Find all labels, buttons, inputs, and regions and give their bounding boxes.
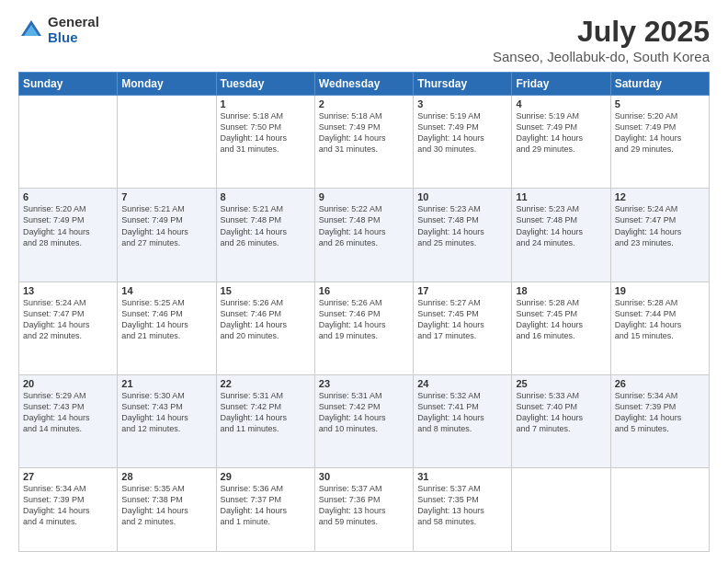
day-number: 29: [221, 471, 311, 482]
day-info: Sunrise: 5:31 AM Sunset: 7:42 PM Dayligh…: [221, 390, 311, 435]
day-info: Sunrise: 5:37 AM Sunset: 7:35 PM Dayligh…: [417, 483, 507, 528]
calendar-week-row: 6Sunrise: 5:20 AM Sunset: 7:49 PM Daylig…: [19, 189, 710, 282]
calendar-cell: 11Sunrise: 5:23 AM Sunset: 7:48 PM Dayli…: [512, 189, 610, 282]
calendar-table: SundayMondayTuesdayWednesdayThursdayFrid…: [18, 72, 710, 552]
calendar-week-row: 1Sunrise: 5:18 AM Sunset: 7:50 PM Daylig…: [19, 96, 710, 189]
calendar-cell: 22Sunrise: 5:31 AM Sunset: 7:42 PM Dayli…: [216, 374, 314, 467]
day-info: Sunrise: 5:32 AM Sunset: 7:41 PM Dayligh…: [417, 390, 507, 435]
day-number: 6: [23, 191, 113, 202]
day-info: Sunrise: 5:26 AM Sunset: 7:46 PM Dayligh…: [221, 297, 311, 342]
day-number: 17: [417, 285, 507, 296]
calendar-cell: 2Sunrise: 5:18 AM Sunset: 7:49 PM Daylig…: [314, 96, 413, 189]
calendar-cell: 24Sunrise: 5:32 AM Sunset: 7:41 PM Dayli…: [414, 374, 512, 467]
day-info: Sunrise: 5:33 AM Sunset: 7:40 PM Dayligh…: [516, 390, 606, 435]
day-number: 15: [221, 285, 311, 296]
page: General Blue July 2025 Sanseo, Jeollabuk…: [0, 0, 728, 563]
calendar-cell: 14Sunrise: 5:25 AM Sunset: 7:46 PM Dayli…: [118, 282, 216, 374]
logo-blue: Blue: [48, 30, 99, 46]
calendar-cell: 20Sunrise: 5:29 AM Sunset: 7:43 PM Dayli…: [19, 374, 118, 467]
day-info: Sunrise: 5:27 AM Sunset: 7:45 PM Dayligh…: [417, 297, 507, 342]
day-number: 27: [23, 471, 113, 482]
day-info: Sunrise: 5:22 AM Sunset: 7:48 PM Dayligh…: [319, 203, 409, 248]
calendar-day-header: Saturday: [610, 73, 709, 96]
day-info: Sunrise: 5:20 AM Sunset: 7:49 PM Dayligh…: [615, 110, 705, 155]
header: General Blue July 2025 Sanseo, Jeollabuk…: [18, 15, 710, 64]
calendar-cell: 7Sunrise: 5:21 AM Sunset: 7:49 PM Daylig…: [118, 189, 216, 282]
calendar-cell: 13Sunrise: 5:24 AM Sunset: 7:47 PM Dayli…: [19, 282, 118, 374]
calendar-cell: 5Sunrise: 5:20 AM Sunset: 7:49 PM Daylig…: [610, 96, 709, 189]
logo-text: General Blue: [48, 15, 99, 45]
day-info: Sunrise: 5:28 AM Sunset: 7:45 PM Dayligh…: [516, 297, 606, 342]
title-block: July 2025 Sanseo, Jeollabuk-do, South Ko…: [493, 15, 710, 64]
calendar-cell: 29Sunrise: 5:36 AM Sunset: 7:37 PM Dayli…: [216, 468, 314, 552]
day-number: 8: [221, 191, 311, 202]
calendar-cell: 25Sunrise: 5:33 AM Sunset: 7:40 PM Dayli…: [512, 374, 610, 467]
day-number: 21: [121, 378, 211, 389]
calendar-cell: [118, 96, 216, 189]
day-number: 11: [516, 191, 606, 202]
day-info: Sunrise: 5:28 AM Sunset: 7:44 PM Dayligh…: [615, 297, 705, 342]
calendar-day-header: Wednesday: [314, 73, 413, 96]
day-number: 5: [615, 98, 705, 109]
calendar-day-header: Thursday: [414, 73, 512, 96]
day-number: 25: [516, 378, 606, 389]
day-info: Sunrise: 5:19 AM Sunset: 7:49 PM Dayligh…: [516, 110, 606, 155]
calendar-cell: 10Sunrise: 5:23 AM Sunset: 7:48 PM Dayli…: [414, 189, 512, 282]
day-number: 3: [417, 98, 507, 109]
day-number: 31: [417, 471, 507, 482]
calendar-day-header: Sunday: [19, 73, 118, 96]
day-number: 30: [319, 471, 409, 482]
day-info: Sunrise: 5:21 AM Sunset: 7:48 PM Dayligh…: [221, 203, 311, 248]
calendar-cell: 6Sunrise: 5:20 AM Sunset: 7:49 PM Daylig…: [19, 189, 118, 282]
day-info: Sunrise: 5:24 AM Sunset: 7:47 PM Dayligh…: [23, 297, 113, 342]
day-info: Sunrise: 5:19 AM Sunset: 7:49 PM Dayligh…: [417, 110, 507, 155]
day-info: Sunrise: 5:24 AM Sunset: 7:47 PM Dayligh…: [615, 203, 705, 248]
day-number: 26: [615, 378, 705, 389]
logo-icon: [18, 17, 44, 43]
day-info: Sunrise: 5:31 AM Sunset: 7:42 PM Dayligh…: [319, 390, 409, 435]
day-number: 20: [23, 378, 113, 389]
day-number: 12: [615, 191, 705, 202]
calendar-cell: 19Sunrise: 5:28 AM Sunset: 7:44 PM Dayli…: [610, 282, 709, 374]
calendar-week-row: 27Sunrise: 5:34 AM Sunset: 7:39 PM Dayli…: [19, 468, 710, 552]
calendar-cell: [512, 468, 610, 552]
subtitle: Sanseo, Jeollabuk-do, South Korea: [493, 49, 710, 64]
day-number: 22: [221, 378, 311, 389]
day-info: Sunrise: 5:21 AM Sunset: 7:49 PM Dayligh…: [121, 203, 211, 248]
calendar-week-row: 13Sunrise: 5:24 AM Sunset: 7:47 PM Dayli…: [19, 282, 710, 374]
calendar-cell: 30Sunrise: 5:37 AM Sunset: 7:36 PM Dayli…: [314, 468, 413, 552]
calendar-cell: 3Sunrise: 5:19 AM Sunset: 7:49 PM Daylig…: [414, 96, 512, 189]
calendar-cell: 18Sunrise: 5:28 AM Sunset: 7:45 PM Dayli…: [512, 282, 610, 374]
day-info: Sunrise: 5:23 AM Sunset: 7:48 PM Dayligh…: [417, 203, 507, 248]
logo: General Blue: [18, 15, 99, 45]
calendar-cell: 15Sunrise: 5:26 AM Sunset: 7:46 PM Dayli…: [216, 282, 314, 374]
day-number: 1: [221, 98, 311, 109]
day-number: 9: [319, 191, 409, 202]
calendar-day-header: Friday: [512, 73, 610, 96]
day-info: Sunrise: 5:34 AM Sunset: 7:39 PM Dayligh…: [615, 390, 705, 435]
day-number: 19: [615, 285, 705, 296]
day-info: Sunrise: 5:35 AM Sunset: 7:38 PM Dayligh…: [121, 483, 211, 528]
calendar-cell: 12Sunrise: 5:24 AM Sunset: 7:47 PM Dayli…: [610, 189, 709, 282]
day-info: Sunrise: 5:29 AM Sunset: 7:43 PM Dayligh…: [23, 390, 113, 435]
calendar-cell: 17Sunrise: 5:27 AM Sunset: 7:45 PM Dayli…: [414, 282, 512, 374]
calendar-cell: [610, 468, 709, 552]
day-info: Sunrise: 5:34 AM Sunset: 7:39 PM Dayligh…: [23, 483, 113, 528]
calendar-cell: 4Sunrise: 5:19 AM Sunset: 7:49 PM Daylig…: [512, 96, 610, 189]
day-number: 4: [516, 98, 606, 109]
calendar-cell: 16Sunrise: 5:26 AM Sunset: 7:46 PM Dayli…: [314, 282, 413, 374]
calendar-cell: [19, 96, 118, 189]
calendar-cell: 23Sunrise: 5:31 AM Sunset: 7:42 PM Dayli…: [314, 374, 413, 467]
day-info: Sunrise: 5:18 AM Sunset: 7:49 PM Dayligh…: [319, 110, 409, 155]
calendar-day-header: Monday: [118, 73, 216, 96]
day-number: 23: [319, 378, 409, 389]
day-info: Sunrise: 5:26 AM Sunset: 7:46 PM Dayligh…: [319, 297, 409, 342]
day-number: 28: [121, 471, 211, 482]
day-number: 16: [319, 285, 409, 296]
day-info: Sunrise: 5:23 AM Sunset: 7:48 PM Dayligh…: [516, 203, 606, 248]
calendar-cell: 1Sunrise: 5:18 AM Sunset: 7:50 PM Daylig…: [216, 96, 314, 189]
day-number: 2: [319, 98, 409, 109]
day-number: 14: [121, 285, 211, 296]
day-number: 18: [516, 285, 606, 296]
calendar-cell: 31Sunrise: 5:37 AM Sunset: 7:35 PM Dayli…: [414, 468, 512, 552]
